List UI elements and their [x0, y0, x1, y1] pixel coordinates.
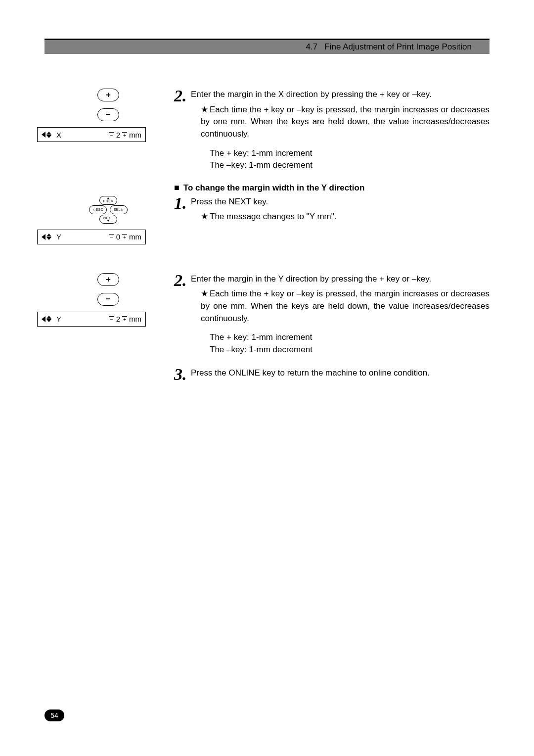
section-number: 4.7 [306, 42, 318, 52]
step-text: Enter the margin in the X direction by p… [191, 89, 490, 101]
section-title: Fine Adjustment of Print Image Position [324, 42, 472, 52]
page-number: 54 [44, 709, 64, 721]
down-triangle-icon [46, 319, 51, 322]
lcd-display-y2: Y − 2 + mm [37, 312, 146, 327]
plus-button[interactable]: + [97, 273, 119, 286]
increment-text: The + key: 1-mm increment [210, 147, 490, 160]
lcd-display-y0: Y − 0 + mm [37, 230, 146, 244]
decrement-text: The –key: 1-mm decrement [210, 344, 490, 356]
lcd-unit: mm [129, 315, 141, 323]
down-triangle-icon [46, 237, 51, 240]
step-text: Press the NEXT key. [191, 196, 490, 208]
next-button[interactable]: NEXT [99, 215, 117, 224]
lcd-value: 2 [116, 315, 120, 323]
step-bullet: The message changes to "Y mm". [210, 212, 337, 221]
step-number: 1. [174, 196, 189, 211]
lcd-axis-label: Y [56, 315, 61, 323]
step-bullet: Each time the + key or –key is pressed, … [201, 105, 490, 139]
step-number: 3. [174, 367, 189, 382]
esc-button[interactable]: ESC [89, 205, 107, 214]
nav-button-cluster: PREV ESC SEL NEXT [89, 196, 128, 224]
left-triangle-icon [42, 234, 45, 240]
step-text: Press the ONLINE key to return the machi… [191, 367, 490, 379]
square-bullet-icon: ■ [174, 183, 179, 192]
header-bar: 4.7 Fine Adjustment of Print Image Posit… [44, 40, 490, 54]
lcd-axis-label: X [56, 131, 61, 139]
lcd-axis-label: Y [56, 233, 61, 241]
up-triangle-icon [46, 316, 51, 319]
star-bullet-icon: ★ [201, 288, 210, 300]
sel-button[interactable]: SEL [110, 205, 128, 214]
plus-minus-buttons: + − [97, 89, 119, 121]
up-triangle-icon [46, 234, 51, 236]
plus-minus-buttons: + − [97, 273, 119, 306]
minus-button[interactable]: − [97, 293, 119, 306]
lcd-unit: mm [129, 233, 141, 241]
step-text: Enter the margin in the Y direction by p… [191, 273, 490, 285]
plus-button[interactable]: + [97, 89, 119, 101]
step-number: 2. [174, 89, 189, 103]
step-bullet: Each time the + key or –key is pressed, … [201, 289, 490, 323]
lcd-value: 0 [116, 233, 120, 241]
star-bullet-icon: ★ [201, 104, 210, 116]
star-bullet-icon: ★ [201, 211, 210, 223]
down-triangle-icon [46, 135, 51, 138]
left-triangle-icon [42, 316, 45, 322]
step-number: 2. [174, 273, 189, 288]
prev-button[interactable]: PREV [99, 196, 117, 205]
minus-button[interactable]: − [97, 108, 119, 121]
left-triangle-icon [42, 132, 45, 138]
increment-text: The + key: 1-mm increment [210, 331, 490, 344]
lcd-display-x: X − 2 + mm [37, 127, 146, 142]
up-triangle-icon [46, 132, 51, 135]
lcd-unit: mm [129, 131, 141, 139]
lcd-value: 2 [116, 131, 120, 139]
y-section-heading: ■To change the margin width in the Y dir… [174, 183, 490, 193]
decrement-text: The –key: 1-mm decrement [210, 159, 490, 172]
